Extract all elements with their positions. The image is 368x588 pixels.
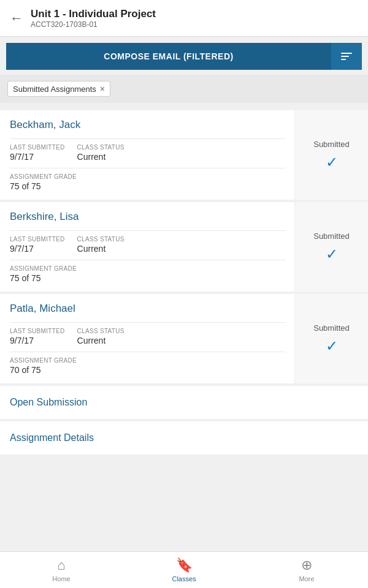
grade-group: ASSIGNMENT GRADE 75 of 75 (10, 265, 286, 283)
card-main: Beckham, Jack LAST SUBMITTED 9/7/17 CLAS… (0, 110, 294, 200)
nav-label-classes: Classes (172, 575, 196, 582)
nav-item-classes[interactable]: 🔖 Classes (123, 552, 245, 588)
grade-value: 75 of 75 (10, 181, 286, 191)
card-divider (10, 322, 286, 323)
last-submitted-group: LAST SUBMITTED 9/7/17 (10, 144, 65, 162)
assignment-card: Patla, Michael LAST SUBMITTED 9/7/17 CLA… (0, 294, 368, 383)
page-subtitle: ACCT320-1703B-01 (31, 20, 156, 29)
filter-tag-close-icon[interactable]: × (100, 84, 105, 94)
student-name: Berkshire, Lisa (10, 211, 286, 223)
grade-section: ASSIGNMENT GRADE 70 of 75 (10, 352, 286, 375)
check-icon: ✓ (326, 337, 338, 355)
classes-icon: 🔖 (176, 557, 193, 573)
action-row-assignment-details[interactable]: Assignment Details (0, 421, 368, 454)
filter-icon (341, 53, 352, 60)
more-icon: ⊕ (301, 557, 312, 573)
grade-value: 70 of 75 (10, 365, 286, 375)
card-fields-row1: LAST SUBMITTED 9/7/17 CLASS STATUS Curre… (10, 236, 286, 254)
filter-tag-submitted[interactable]: Submitted Assignments × (7, 81, 110, 97)
class-status-group: CLASS STATUS Current (77, 236, 125, 254)
action-row-open-submission[interactable]: Open Submission (0, 386, 368, 419)
card-divider (10, 230, 286, 231)
class-status-value: Current (77, 244, 125, 254)
compose-email-button[interactable]: COMPOSE EMAIL (FILTERED) (6, 43, 331, 70)
assignment-list: Beckham, Jack LAST SUBMITTED 9/7/17 CLAS… (0, 110, 368, 383)
last-submitted-label: LAST SUBMITTED (10, 328, 65, 334)
class-status-value: Current (77, 336, 125, 345)
class-status-label: CLASS STATUS (77, 328, 125, 334)
grade-label: ASSIGNMENT GRADE (10, 173, 286, 180)
grade-group: ASSIGNMENT GRADE 70 of 75 (10, 357, 286, 375)
action-label: Open Submission (10, 397, 87, 407)
check-icon: ✓ (326, 154, 338, 171)
grade-section: ASSIGNMENT GRADE 75 of 75 (10, 168, 286, 191)
card-fields-row1: LAST SUBMITTED 9/7/17 CLASS STATUS Curre… (10, 328, 286, 345)
class-status-label: CLASS STATUS (77, 236, 125, 243)
submitted-label: Submitted (313, 323, 350, 333)
card-divider (10, 138, 286, 139)
header: ← Unit 1 - Individual Project ACCT320-17… (0, 0, 368, 37)
submitted-panel: Submitted ✓ (294, 294, 368, 383)
assignment-card: Berkshire, Lisa LAST SUBMITTED 9/7/17 CL… (0, 202, 368, 292)
submitted-label: Submitted (313, 232, 350, 241)
grade-section: ASSIGNMENT GRADE 75 of 75 (10, 260, 286, 283)
grade-label: ASSIGNMENT GRADE (10, 265, 286, 272)
grade-label: ASSIGNMENT GRADE (10, 357, 286, 364)
compose-bar: COMPOSE EMAIL (FILTERED) (6, 43, 362, 70)
grade-group: ASSIGNMENT GRADE 75 of 75 (10, 173, 286, 191)
last-submitted-label: LAST SUBMITTED (10, 236, 65, 243)
nav-item-home[interactable]: ⌂ Home (0, 552, 123, 588)
card-main: Patla, Michael LAST SUBMITTED 9/7/17 CLA… (0, 294, 294, 383)
class-status-group: CLASS STATUS Current (77, 144, 125, 162)
last-submitted-group: LAST SUBMITTED 9/7/17 (10, 236, 65, 254)
filter-tags-area: Submitted Assignments × (0, 75, 368, 103)
student-name: Beckham, Jack (10, 119, 286, 131)
card-fields-row1: LAST SUBMITTED 9/7/17 CLASS STATUS Curre… (10, 144, 286, 162)
class-status-group: CLASS STATUS Current (77, 328, 125, 345)
action-rows: Open SubmissionAssignment Details (0, 386, 368, 454)
assignment-card: Beckham, Jack LAST SUBMITTED 9/7/17 CLAS… (0, 110, 368, 200)
home-icon: ⌂ (57, 557, 65, 573)
filter-tag-label: Submitted Assignments (13, 85, 96, 94)
check-icon: ✓ (326, 246, 338, 263)
grade-divider (10, 260, 286, 260)
grade-value: 75 of 75 (10, 273, 286, 283)
last-submitted-label: LAST SUBMITTED (10, 144, 65, 151)
nav-item-more[interactable]: ⊕ More (245, 552, 368, 588)
class-status-label: CLASS STATUS (77, 144, 125, 151)
header-text: Unit 1 - Individual Project ACCT320-1703… (31, 8, 156, 29)
last-submitted-value: 9/7/17 (10, 336, 65, 345)
nav-label-home: Home (52, 575, 70, 582)
grade-divider (10, 168, 286, 168)
action-label: Assignment Details (10, 432, 94, 443)
card-main: Berkshire, Lisa LAST SUBMITTED 9/7/17 CL… (0, 202, 294, 292)
filter-button[interactable] (331, 43, 362, 70)
student-name: Patla, Michael (10, 303, 286, 315)
back-button[interactable]: ← (10, 12, 23, 25)
class-status-value: Current (77, 152, 125, 162)
grade-divider (10, 352, 286, 352)
content-area: Beckham, Jack LAST SUBMITTED 9/7/17 CLAS… (0, 103, 368, 462)
last-submitted-value: 9/7/17 (10, 244, 65, 254)
last-submitted-group: LAST SUBMITTED 9/7/17 (10, 328, 65, 345)
submitted-panel: Submitted ✓ (294, 110, 368, 200)
bottom-nav: ⌂ Home 🔖 Classes ⊕ More (0, 551, 368, 588)
last-submitted-value: 9/7/17 (10, 152, 65, 162)
page-title: Unit 1 - Individual Project (31, 8, 156, 20)
nav-label-more: More (299, 575, 314, 582)
submitted-label: Submitted (313, 140, 350, 149)
submitted-panel: Submitted ✓ (294, 202, 368, 292)
